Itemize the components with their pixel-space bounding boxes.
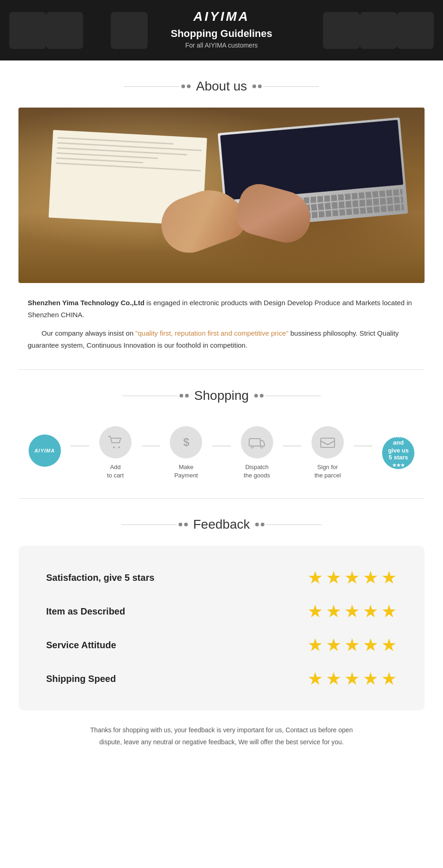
confirm-label-top: Confirm and [386, 432, 411, 446]
feedback-label-described: Item as Described [46, 606, 125, 617]
step-confirm: Confirm and give us 5 stars ★★★ ★★ [372, 437, 425, 469]
confirm-stars: ★★★ [392, 463, 405, 468]
header-subtitle: For all AIYIMA customers [0, 42, 443, 49]
shopping-header-line-left [122, 394, 189, 398]
step-sign: Sign forthe parcel [301, 426, 353, 480]
star-sh3: ★ [344, 670, 360, 687]
feedback-row-shipping: Shipping Speed ★ ★ ★ ★ ★ [46, 670, 397, 687]
brand-logo: AIYIMA [0, 9, 443, 24]
dot-left-1 [181, 84, 185, 88]
feedback-dot-right-1 [255, 523, 259, 526]
svg-text:$: $ [183, 436, 190, 448]
shopping-section-header: Shopping [18, 388, 425, 403]
svg-point-0 [113, 446, 115, 448]
star-s2: ★ [326, 636, 341, 654]
about-description-2: Our company always insist on "quality fi… [18, 327, 425, 351]
feedback-label-shipping: Shipping Speed [46, 674, 116, 684]
star-d4: ★ [363, 603, 378, 620]
about-section: About us [0, 79, 443, 351]
star-s3: ★ [344, 636, 360, 654]
star-d2: ★ [326, 603, 341, 620]
feedback-divider-left [121, 524, 177, 525]
step-circle-sign [311, 426, 344, 458]
shopping-dot-right-1 [254, 394, 258, 398]
shopping-divider-left [122, 396, 178, 396]
dot-left-2 [187, 84, 191, 88]
header-line-left [124, 84, 191, 88]
star-d3: ★ [344, 603, 360, 620]
dispatch-icon [249, 436, 265, 449]
star-sh4: ★ [363, 670, 378, 687]
about-description-1: Shenzhen Yima Technology Co.,Ltd is enga… [18, 297, 425, 320]
star-d1: ★ [307, 603, 323, 620]
shopping-divider-right [265, 396, 321, 396]
stars-satisfaction: ★ ★ ★ ★ ★ [307, 569, 397, 586]
cart-icon [108, 436, 123, 449]
header-line-right [252, 84, 319, 88]
feedback-label-satisfaction: Satisfaction, give 5 stars [46, 573, 155, 583]
paper-lines [51, 130, 208, 178]
divider-left [124, 86, 180, 87]
step-circle-dispatch [241, 426, 273, 458]
feedback-note: Thanks for shopping with us, your feedba… [18, 724, 425, 766]
star-2: ★ [326, 569, 341, 586]
company-name: Shenzhen Yima Technology Co.,Ltd [28, 299, 144, 307]
svg-point-1 [118, 446, 120, 448]
star-4: ★ [363, 569, 378, 586]
stars-service: ★ ★ ★ ★ ★ [307, 636, 397, 654]
feedback-dot-right-2 [261, 523, 264, 526]
shopping-section: Shopping AIYIMA Addto cart [0, 388, 443, 498]
step-circle-payment: $ [170, 426, 202, 458]
divider-2 [18, 498, 425, 499]
divider-1 [18, 369, 425, 370]
step-circle-brand: AIYIMA [29, 434, 61, 467]
header-title: Shopping Guidelines [0, 28, 443, 40]
feedback-section: Feedback Satisfaction, give 5 stars ★ ★ … [0, 517, 443, 766]
desc2-intro: Our company always insist on [42, 329, 135, 337]
sign-icon [320, 436, 335, 449]
step-dispatch: Dispatchthe goods [231, 426, 283, 480]
page-header: AIYIMA Shopping Guidelines For all AIYIM… [0, 0, 443, 60]
step-cart: Addto cart [89, 426, 141, 480]
svg-point-4 [251, 446, 253, 448]
header-content: AIYIMA Shopping Guidelines For all AIYIM… [0, 9, 443, 49]
star-s4: ★ [363, 636, 378, 654]
dot-right-1 [252, 84, 256, 88]
feedback-row-described: Item as Described ★ ★ ★ ★ ★ [46, 603, 397, 620]
svg-rect-6 [321, 438, 335, 447]
connector-1 [71, 446, 89, 446]
feedback-section-header: Feedback [18, 517, 425, 532]
star-sh5: ★ [381, 670, 397, 687]
star-1: ★ [307, 569, 323, 586]
shopping-steps: AIYIMA Addto cart $ Mak [18, 417, 425, 498]
step-label-payment: MakePayment [174, 463, 198, 480]
feedback-dot-left-1 [179, 523, 182, 526]
feedback-label-service: Service Attitude [46, 640, 116, 651]
feedback-card: Satisfaction, give 5 stars ★ ★ ★ ★ ★ Ite… [18, 546, 425, 711]
shopping-dot-right-2 [260, 394, 263, 398]
step-brand: AIYIMA [18, 434, 71, 471]
step-circle-cart [99, 426, 132, 458]
star-5: ★ [381, 569, 397, 586]
paper-line-5 [56, 157, 144, 163]
stars-described: ★ ★ ★ ★ ★ [307, 603, 397, 620]
connector-3 [212, 446, 231, 446]
about-image [18, 108, 425, 283]
star-sh2: ★ [326, 670, 341, 687]
confirm-stars-2: ★★ [394, 469, 402, 474]
shopping-title: Shopping [194, 388, 249, 403]
feedback-header-line-right [255, 523, 322, 526]
dot-right-2 [258, 84, 262, 88]
shopping-header-line-right [254, 394, 321, 398]
shopping-dot-left-2 [185, 394, 189, 398]
connector-5 [354, 446, 372, 446]
confirm-label-mid: give us 5 stars [386, 447, 411, 461]
feedback-dot-left-2 [184, 523, 188, 526]
step-circle-confirm: Confirm and give us 5 stars ★★★ ★★ [382, 437, 414, 469]
about-section-header: About us [18, 79, 425, 94]
payment-icon: $ [180, 435, 192, 450]
step-payment: $ MakePayment [160, 426, 212, 480]
star-3: ★ [344, 569, 360, 586]
step-label-sign: Sign forthe parcel [314, 463, 341, 480]
star-d5: ★ [381, 603, 397, 620]
